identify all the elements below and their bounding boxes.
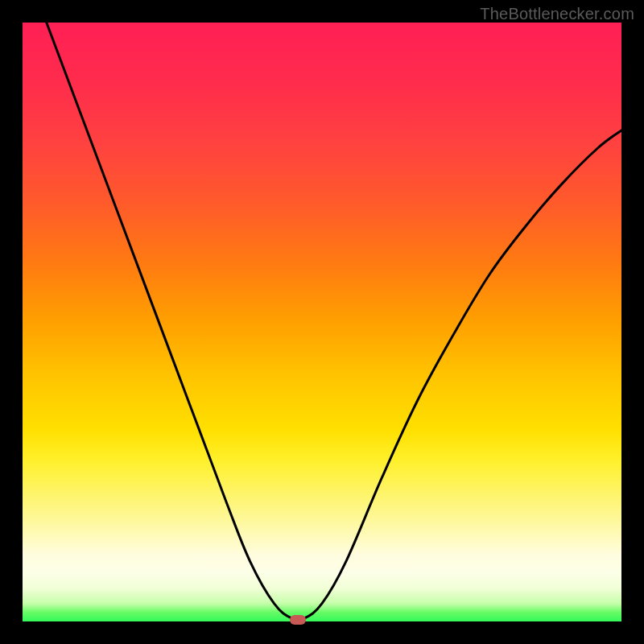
- bottleneck-curve: [47, 23, 621, 621]
- chart-plot-area: [23, 23, 621, 621]
- curve-svg: [23, 23, 621, 621]
- watermark-text: TheBottlenecker.com: [480, 5, 634, 23]
- minimum-marker: [290, 615, 306, 625]
